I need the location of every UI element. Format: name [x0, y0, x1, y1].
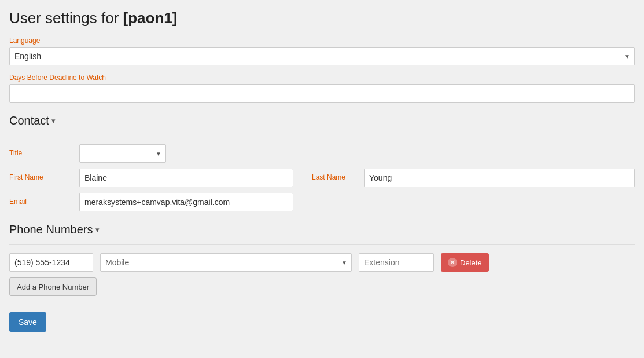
title-select[interactable]: Mr. Mrs. Ms. Dr. [79, 144, 166, 163]
phone-type-select[interactable]: Mobile Home Work Fax Other [100, 253, 352, 272]
email-row: Email [9, 193, 635, 211]
last-name-label: Last Name [312, 173, 345, 181]
language-section: Language English French Spanish [9, 36, 635, 65]
phone-chevron[interactable]: ▾ [95, 225, 100, 234]
phone-number-input[interactable] [9, 253, 93, 272]
title-select-wrapper: Mr. Mrs. Ms. Dr. [79, 144, 166, 163]
contact-section: Contact ▾ Title Mr. Mrs. Ms. Dr [9, 114, 635, 211]
email-input[interactable] [79, 193, 293, 211]
days-section: Days Before Deadline to Watch [9, 74, 635, 103]
delete-phone-button[interactable]: ✕ Delete [441, 253, 489, 272]
title-prefix: User settings for [9, 9, 123, 27]
add-phone-label: Add a Phone Number [17, 283, 89, 291]
page-title: User settings for [paon1] [9, 9, 635, 27]
language-select[interactable]: English French Spanish [9, 47, 635, 65]
add-phone-button[interactable]: Add a Phone Number [9, 277, 97, 296]
title-username: [paon1] [123, 9, 178, 27]
phone-divider [9, 244, 635, 245]
save-button[interactable]: Save [9, 312, 46, 332]
name-row: First Name Last Name [9, 169, 635, 187]
days-input[interactable] [9, 84, 635, 103]
contact-heading: Contact ▾ [9, 114, 635, 127]
delete-label: Delete [460, 258, 482, 267]
phone-heading: Phone Numbers ▾ [9, 223, 635, 236]
first-name-label: First Name [9, 173, 43, 181]
language-select-wrapper: English French Spanish [9, 47, 635, 65]
contact-form: Title Mr. Mrs. Ms. Dr. [9, 144, 635, 211]
last-name-input[interactable] [364, 169, 635, 187]
language-label: Language [9, 36, 635, 45]
phone-row: Mobile Home Work Fax Other ✕ Delete [9, 253, 635, 272]
phone-type-wrapper: Mobile Home Work Fax Other [100, 253, 352, 272]
title-row: Title Mr. Mrs. Ms. Dr. [9, 144, 635, 163]
phone-heading-text: Phone Numbers [9, 223, 93, 236]
title-label: Title [9, 149, 22, 157]
delete-icon: ✕ [448, 258, 457, 267]
page-container: User settings for [paon1] Language Engli… [0, 0, 644, 344]
contact-heading-text: Contact [9, 114, 49, 127]
contact-divider [9, 136, 635, 136]
extension-input[interactable] [359, 253, 434, 272]
days-label: Days Before Deadline to Watch [9, 74, 635, 82]
phone-section: Phone Numbers ▾ Mobile Home Work Fax Oth… [9, 223, 635, 296]
contact-chevron[interactable]: ▾ [51, 116, 56, 125]
save-label: Save [19, 317, 37, 327]
first-name-input[interactable] [79, 169, 293, 187]
email-label: Email [9, 198, 27, 206]
